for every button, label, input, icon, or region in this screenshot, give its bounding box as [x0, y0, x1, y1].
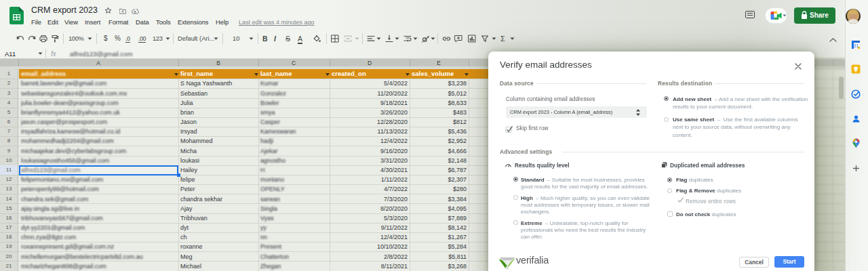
- svg-text:31: 31: [854, 43, 859, 48]
